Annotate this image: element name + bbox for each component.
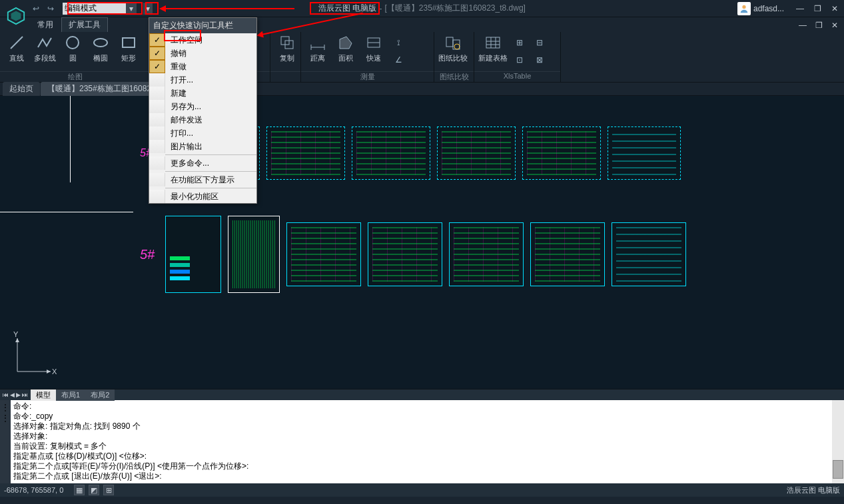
tool-ellipse[interactable]: 椭圆	[88, 33, 113, 63]
status-toggle-icon[interactable]: ▦	[74, 485, 85, 495]
legend-thumb[interactable]	[165, 216, 221, 293]
ribbon-group-compare: 图纸比较 图纸比较	[434, 32, 474, 82]
status-toggle-icon[interactable]: ⊞	[103, 485, 114, 495]
doc-restore-icon[interactable]: ❐	[813, 20, 824, 31]
check-icon: ✓	[149, 33, 165, 47]
workspace-drop-icon[interactable]: ▾	[126, 3, 137, 15]
sheet-thumb[interactable]: ▲	[266, 126, 345, 180]
close-icon[interactable]: ✕	[829, 3, 840, 14]
measure-icon[interactable]: ⟟	[389, 33, 408, 52]
command-history[interactable]: 命令:命令:_copy选择对象: 指定对角点: 找到 9890 个选择对象:当前…	[11, 400, 832, 483]
command-scrollbar[interactable]	[832, 400, 844, 483]
xls-icon[interactable]: ⊞	[510, 33, 529, 52]
menu-minimize-ribbon[interactable]: 最小化功能区	[149, 190, 256, 203]
layout-tab-bar: ⏮ ◀ ▶ ⏭ 模型 布局1 布局2	[0, 389, 844, 400]
tool-distance[interactable]: 距离	[305, 33, 330, 63]
layout-tab-2[interactable]: 布局2	[85, 389, 115, 401]
ribbon-group-draw: 直线 多段线 圆 椭圆 矩形 绘图	[0, 32, 151, 82]
ribbon-tab-strip: 常用 扩展工具 — ❐ ✕	[0, 17, 844, 32]
sheet-thumb-selected[interactable]	[228, 216, 280, 293]
tool-circle[interactable]: 圆	[60, 33, 85, 63]
tool-copy[interactable]: 复制	[274, 33, 300, 63]
command-line: 指定基点或 [位移(D)/模式(O)] <位移>:	[13, 451, 829, 461]
menu-item[interactable]: ✓重做	[149, 60, 256, 73]
menu-item[interactable]: 打开...	[149, 73, 256, 87]
check-icon	[149, 126, 165, 140]
command-grip[interactable]: ⋮⋮	[0, 400, 11, 483]
row-label: 5#	[140, 247, 155, 262]
ribbon-tab-extend[interactable]: 扩展工具	[61, 17, 108, 32]
tool-area[interactable]: 面积	[333, 33, 358, 63]
nav-first-icon[interactable]: ⏮	[3, 391, 9, 398]
tool-quick[interactable]: 快速	[361, 33, 386, 63]
status-toggle-icon[interactable]: ◩	[89, 485, 99, 495]
check-icon: ✓	[149, 47, 165, 60]
sheet-thumb[interactable]	[608, 126, 681, 180]
maximize-icon[interactable]: ❐	[812, 3, 823, 14]
command-window: ⋮⋮ 命令:命令:_copy选择对象: 指定对角点: 找到 9890 个选择对象…	[0, 400, 844, 483]
svg-point-17	[454, 44, 460, 49]
app-logo[interactable]	[3, 3, 29, 29]
menu-item[interactable]: 另存为...	[149, 100, 256, 113]
tool-compare[interactable]: 图纸比较	[438, 33, 468, 63]
layout-nav: ⏮ ◀ ▶ ⏭	[0, 391, 31, 398]
qat-customize-menu: 自定义快速访问工具栏 ✓工作空间✓撤销✓重做打开...新建另存为...邮件发送打…	[149, 17, 257, 204]
sheet-thumb[interactable]	[612, 222, 686, 286]
menu-item[interactable]: 新建	[149, 87, 256, 100]
doc-tab-start[interactable]: 起始页	[3, 82, 40, 96]
check-icon	[149, 113, 165, 126]
menu-item[interactable]: ✓工作空间	[149, 33, 256, 47]
menu-show-below[interactable]: 在功能区下方显示	[149, 173, 256, 186]
command-line: 指定第二个点或 [退出(E)/放弃(U)] <退出>:	[13, 471, 829, 481]
xls-icon[interactable]: ⊟	[530, 33, 549, 52]
xls-icon[interactable]: ⊠	[530, 51, 549, 69]
workspace-combo[interactable]: ▾	[63, 3, 137, 15]
menu-item[interactable]: 邮件发送	[149, 113, 256, 126]
minimize-icon[interactable]: —	[795, 3, 805, 14]
menu-item[interactable]: 图片输出	[149, 140, 256, 153]
sheet-thumb[interactable]: ▲	[368, 222, 442, 286]
qat-redo-icon[interactable]: ↪	[45, 3, 56, 14]
sheet-thumb[interactable]: ▲	[352, 126, 430, 180]
command-line: 指定第二个点或[等距(E)/等分(I)/沿线(P)] <使用第一个点作为位移>:	[13, 461, 829, 471]
tool-line[interactable]: 直线	[4, 33, 29, 63]
check-icon	[149, 87, 165, 100]
layout-tab-model[interactable]: 模型	[31, 389, 56, 401]
scrollbar-thumb[interactable]	[833, 460, 843, 479]
coords-readout: -68678, 765587, 0	[4, 486, 63, 494]
title-bar: ↩ ↪ ▾ ▾ 浩辰云图 电脑版 - [【暖通】235#栋施工图160823_t…	[0, 0, 844, 17]
tool-new-table[interactable]: 新建表格	[478, 33, 508, 63]
drawing-canvas[interactable]: 5# ▲ ▲ ▲ ▲ 5# ▲ ▲ ▲ ▲ X Y	[0, 96, 844, 389]
ellipse-icon	[91, 33, 110, 52]
ribbon-group-label: 绘图	[0, 71, 150, 82]
workspace-input[interactable]	[63, 3, 126, 15]
user-account[interactable]: adfasd...	[737, 2, 784, 15]
command-line: 选择对象: 指定对角点: 找到 9890 个	[13, 421, 829, 431]
nav-last-icon[interactable]: ⏭	[22, 391, 28, 398]
sheet-thumb[interactable]: ▲	[522, 126, 601, 180]
nav-next-icon[interactable]: ▶	[16, 391, 21, 398]
qat-undo-icon[interactable]: ↩	[31, 3, 41, 14]
nav-prev-icon[interactable]: ◀	[10, 391, 15, 398]
menu-more-commands[interactable]: 更多命令...	[149, 156, 256, 170]
measure-icon[interactable]: ∠	[389, 51, 408, 69]
line-icon	[7, 33, 26, 52]
sheet-thumb[interactable]: ▲	[449, 222, 524, 286]
sheet-thumb[interactable]: ▲	[286, 222, 361, 286]
sheet-thumb[interactable]: ▲	[530, 222, 605, 286]
svg-rect-6	[123, 38, 135, 47]
check-icon	[149, 100, 165, 113]
doc-minimize-icon[interactable]: —	[797, 20, 808, 31]
qat-customize-drop-icon[interactable]: ▾	[143, 3, 153, 15]
rectangle-icon	[119, 33, 138, 52]
tool-rectangle[interactable]: 矩形	[116, 33, 141, 63]
menu-item[interactable]: 打印...	[149, 126, 256, 140]
layout-tab-1[interactable]: 布局1	[56, 389, 85, 401]
ribbon-tab-common[interactable]: 常用	[31, 18, 60, 32]
document-tab-strip: 起始页 【暖通】235#栋施工图160823_t8.d...×	[0, 83, 844, 96]
sheet-thumb[interactable]: ▲	[437, 126, 516, 180]
tool-polyline[interactable]: 多段线	[32, 33, 57, 63]
doc-close-icon[interactable]: ✕	[829, 20, 840, 31]
xls-icon[interactable]: ⊡	[510, 51, 529, 69]
menu-item[interactable]: ✓撤销	[149, 47, 256, 60]
